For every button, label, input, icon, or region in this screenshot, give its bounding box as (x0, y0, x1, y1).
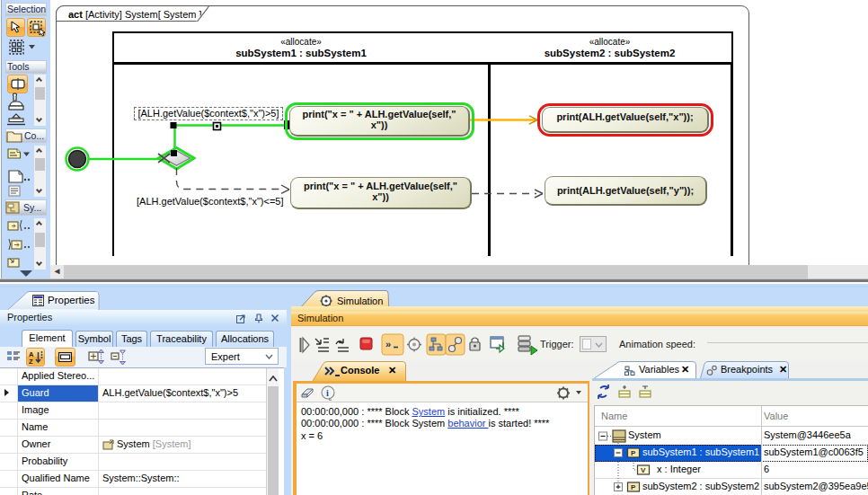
svg-text:Z: Z (29, 358, 33, 365)
svg-text:P: P (631, 483, 636, 491)
svg-text:i: i (326, 388, 329, 398)
svg-text:»: » (385, 339, 391, 349)
svg-text:V: V (641, 466, 646, 474)
svg-text:P: P (631, 449, 636, 457)
